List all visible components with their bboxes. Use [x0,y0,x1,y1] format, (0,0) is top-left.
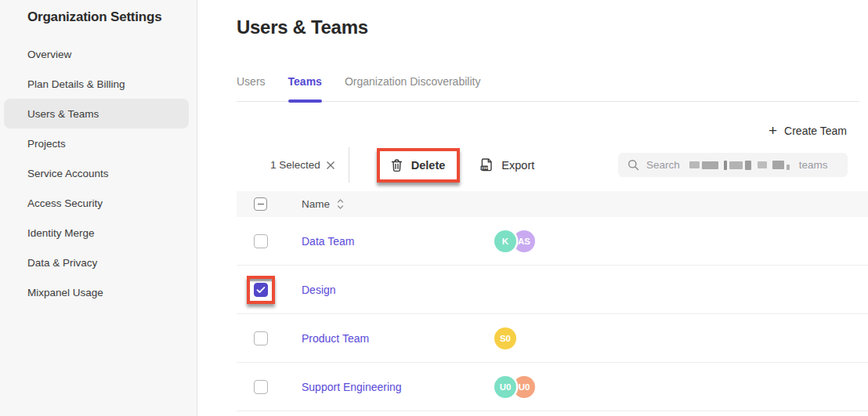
sidebar-item-data-privacy[interactable]: Data & Privacy [4,248,189,277]
bulk-action-bar: 1 Selected Delete [237,147,868,183]
settings-sidebar: Organization Settings Overview Plan Deta… [0,0,197,416]
table-row: Support Engineering U0 U0 [237,363,868,411]
team-name-link[interactable]: Data Team [302,235,354,248]
search-placeholder-suffix: teams [799,159,828,171]
team-member-avatars: S0 [494,327,516,349]
sort-icon [337,199,344,209]
tab-organization-discoverability[interactable]: Organization Discoverability [345,75,481,101]
table-row: Design [237,266,868,314]
delete-label: Delete [411,159,446,172]
main-content: Users & Teams Users Teams Organization D… [197,0,868,416]
sidebar-item-users-teams[interactable]: Users & Teams [4,99,189,128]
search-input[interactable]: Search teams [618,153,848,177]
team-member-avatars: K AS [494,230,535,252]
teams-table: Name Data Team K AS [237,191,868,411]
avatar: AS [513,230,535,252]
tab-users[interactable]: Users [237,75,266,101]
plus-icon: + [769,125,777,136]
table-row: Data Team K AS [237,217,868,266]
csv-file-icon: csv [479,157,494,172]
avatar: S0 [494,327,516,349]
table-row: Product Team S0 [237,314,868,363]
export-button[interactable]: csv Export [479,157,534,172]
column-header-name[interactable]: Name [302,198,344,210]
avatar: U0 [494,376,516,398]
delete-button[interactable]: Delete [380,151,458,179]
toolbar-divider [349,147,349,183]
search-placeholder-prefix: Search [646,159,680,171]
row-checkbox-checked[interactable] [254,283,268,297]
table-header-row: Name [237,191,868,217]
redacted-org-name [689,161,790,170]
team-name-link[interactable]: Product Team [302,332,369,345]
team-member-avatars: U0 U0 [494,376,535,398]
sidebar-item-service-accounts[interactable]: Service Accounts [4,158,189,188]
row-checkbox[interactable] [254,380,268,394]
svg-text:csv: csv [482,166,488,170]
select-all-checkbox[interactable] [254,197,267,211]
row-checkbox[interactable] [254,331,268,345]
tab-teams[interactable]: Teams [288,75,322,101]
clear-selection-icon[interactable] [326,161,335,170]
organization-settings-page: Organization Settings Overview Plan Deta… [0,0,868,416]
avatar: U0 [513,376,535,398]
delete-annotation-box: Delete [377,148,461,183]
page-title: Users & Teams [237,16,868,38]
sidebar-item-mixpanel-usage[interactable]: Mixpanel Usage [4,277,189,307]
selected-count: 1 Selected [270,159,320,171]
export-label: Export [501,159,534,172]
sidebar-title: Organization Settings [0,9,197,25]
tab-bar: Users Teams Organization Discoverability [237,75,859,102]
sidebar-item-overview[interactable]: Overview [4,39,189,69]
row-checkbox[interactable] [254,234,268,248]
trash-icon [390,158,403,172]
avatar: K [494,230,516,252]
sidebar-item-access-security[interactable]: Access Security [4,188,189,218]
sidebar-item-projects[interactable]: Projects [4,128,189,158]
toolbar-top: + Create Team [237,125,868,137]
create-team-button[interactable]: + Create Team [769,125,847,137]
team-name-link[interactable]: Design [302,284,336,296]
sidebar-item-plan-details-billing[interactable]: Plan Details & Billing [4,69,189,99]
search-icon [627,159,639,171]
create-team-label: Create Team [784,125,847,137]
sidebar-nav: Overview Plan Details & Billing Users & … [0,39,197,307]
team-name-link[interactable]: Support Engineering [302,381,402,393]
checkbox-annotation-box [247,276,275,304]
sidebar-item-identity-merge[interactable]: Identity Merge [4,218,189,248]
